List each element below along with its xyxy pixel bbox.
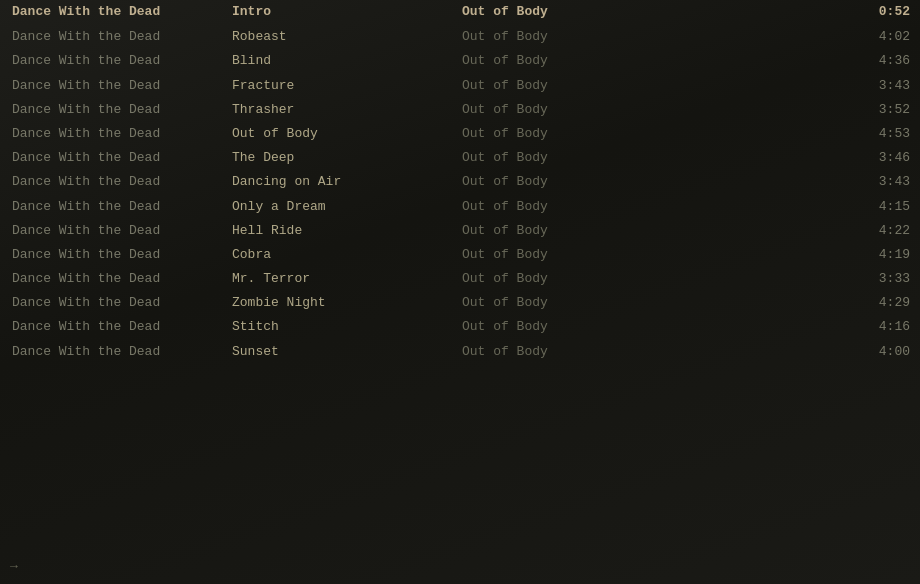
track-album: Out of Body bbox=[462, 52, 662, 70]
track-row[interactable]: Dance With the DeadCobraOut of Body4:19 bbox=[0, 243, 920, 267]
track-artist: Dance With the Dead bbox=[12, 77, 232, 95]
track-album: Out of Body bbox=[462, 77, 662, 95]
track-title: Only a Dream bbox=[232, 198, 462, 216]
track-row[interactable]: Dance With the DeadOnly a DreamOut of Bo… bbox=[0, 195, 920, 219]
track-artist: Dance With the Dead bbox=[12, 246, 232, 264]
track-title: Dancing on Air bbox=[232, 173, 462, 191]
track-duration: 4:16 bbox=[662, 318, 910, 336]
header-title: Intro bbox=[232, 3, 462, 21]
track-album: Out of Body bbox=[462, 28, 662, 46]
track-row[interactable]: Dance With the DeadZombie NightOut of Bo… bbox=[0, 291, 920, 315]
track-artist: Dance With the Dead bbox=[12, 173, 232, 191]
track-title: Stitch bbox=[232, 318, 462, 336]
track-title: Blind bbox=[232, 52, 462, 70]
track-title: The Deep bbox=[232, 149, 462, 167]
track-row[interactable]: Dance With the DeadOut of BodyOut of Bod… bbox=[0, 122, 920, 146]
track-album: Out of Body bbox=[462, 125, 662, 143]
track-album: Out of Body bbox=[462, 270, 662, 288]
track-duration: 4:00 bbox=[662, 343, 910, 361]
track-duration: 3:52 bbox=[662, 101, 910, 119]
track-list: Dance With the Dead Intro Out of Body 0:… bbox=[0, 0, 920, 364]
track-artist: Dance With the Dead bbox=[12, 270, 232, 288]
track-row[interactable]: Dance With the DeadBlindOut of Body4:36 bbox=[0, 49, 920, 73]
track-album: Out of Body bbox=[462, 343, 662, 361]
track-duration: 4:29 bbox=[662, 294, 910, 312]
track-duration: 4:22 bbox=[662, 222, 910, 240]
track-artist: Dance With the Dead bbox=[12, 318, 232, 336]
track-duration: 4:19 bbox=[662, 246, 910, 264]
header-duration: 0:52 bbox=[662, 3, 910, 21]
track-artist: Dance With the Dead bbox=[12, 149, 232, 167]
track-row[interactable]: Dance With the DeadThrasherOut of Body3:… bbox=[0, 98, 920, 122]
track-duration: 3:43 bbox=[662, 77, 910, 95]
track-duration: 3:43 bbox=[662, 173, 910, 191]
track-duration: 4:36 bbox=[662, 52, 910, 70]
track-artist: Dance With the Dead bbox=[12, 294, 232, 312]
track-artist: Dance With the Dead bbox=[12, 101, 232, 119]
track-album: Out of Body bbox=[462, 294, 662, 312]
track-artist: Dance With the Dead bbox=[12, 52, 232, 70]
track-duration: 3:46 bbox=[662, 149, 910, 167]
track-duration: 3:33 bbox=[662, 270, 910, 288]
track-duration: 4:02 bbox=[662, 28, 910, 46]
track-title: Fracture bbox=[232, 77, 462, 95]
track-album: Out of Body bbox=[462, 222, 662, 240]
track-title: Thrasher bbox=[232, 101, 462, 119]
track-row[interactable]: Dance With the DeadRobeastOut of Body4:0… bbox=[0, 25, 920, 49]
track-row[interactable]: Dance With the DeadMr. TerrorOut of Body… bbox=[0, 267, 920, 291]
track-artist: Dance With the Dead bbox=[12, 28, 232, 46]
header-artist: Dance With the Dead bbox=[12, 3, 232, 21]
track-title: Hell Ride bbox=[232, 222, 462, 240]
track-album: Out of Body bbox=[462, 149, 662, 167]
track-artist: Dance With the Dead bbox=[12, 198, 232, 216]
track-row[interactable]: Dance With the DeadDancing on AirOut of … bbox=[0, 170, 920, 194]
track-row[interactable]: Dance With the DeadSunsetOut of Body4:00 bbox=[0, 340, 920, 364]
track-row[interactable]: Dance With the DeadStitchOut of Body4:16 bbox=[0, 315, 920, 339]
track-title: Cobra bbox=[232, 246, 462, 264]
track-album: Out of Body bbox=[462, 318, 662, 336]
track-duration: 4:15 bbox=[662, 198, 910, 216]
header-album: Out of Body bbox=[462, 3, 662, 21]
track-album: Out of Body bbox=[462, 101, 662, 119]
track-row[interactable]: Dance With the DeadHell RideOut of Body4… bbox=[0, 219, 920, 243]
track-title: Robeast bbox=[232, 28, 462, 46]
track-title: Out of Body bbox=[232, 125, 462, 143]
track-list-header: Dance With the Dead Intro Out of Body 0:… bbox=[0, 0, 920, 25]
track-artist: Dance With the Dead bbox=[12, 343, 232, 361]
track-artist: Dance With the Dead bbox=[12, 222, 232, 240]
track-row[interactable]: Dance With the DeadThe DeepOut of Body3:… bbox=[0, 146, 920, 170]
track-album: Out of Body bbox=[462, 246, 662, 264]
arrow-indicator: → bbox=[10, 559, 18, 574]
track-artist: Dance With the Dead bbox=[12, 125, 232, 143]
track-row[interactable]: Dance With the DeadFractureOut of Body3:… bbox=[0, 74, 920, 98]
track-title: Sunset bbox=[232, 343, 462, 361]
track-duration: 4:53 bbox=[662, 125, 910, 143]
track-album: Out of Body bbox=[462, 173, 662, 191]
track-album: Out of Body bbox=[462, 198, 662, 216]
track-title: Mr. Terror bbox=[232, 270, 462, 288]
track-title: Zombie Night bbox=[232, 294, 462, 312]
